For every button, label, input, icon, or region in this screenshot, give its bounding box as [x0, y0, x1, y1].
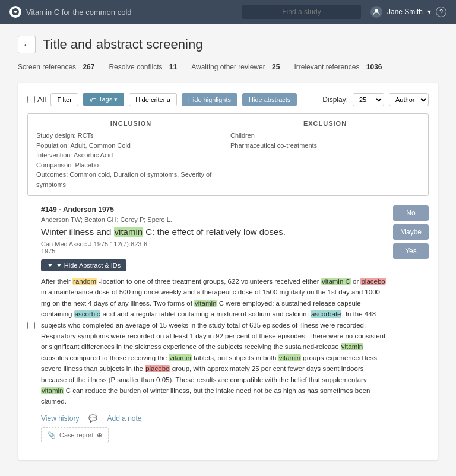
title-plain-start: Winter illness and [41, 227, 114, 237]
highlight-vitamin-6: vitamin [41, 387, 64, 394]
filter-button[interactable]: Filter [50, 93, 78, 106]
tab-bar: Screen references 267 Resolve conflicts … [18, 63, 438, 71]
tab-irrelevant-count: 1036 [366, 63, 382, 71]
top-navigation: Vitamin C for the common cold Jane Smith… [0, 0, 456, 24]
inclusion-item-2: Intervention: Ascorbic Acid [36, 150, 226, 160]
hide-highlights-button[interactable]: Hide highlights [182, 93, 238, 106]
reference-authors: Anderson TW; Beaton GH; Corey P; Spero L… [41, 216, 387, 223]
no-button[interactable]: No [393, 205, 429, 221]
logo-icon [11, 8, 20, 16]
tab-awaiting-count: 25 [272, 63, 280, 71]
select-all-checkbox-area[interactable]: All [27, 95, 46, 104]
tab-conflicts-label: Resolve conflicts [109, 63, 162, 71]
exclusion-item-0: Children [230, 131, 420, 141]
add-note-link[interactable]: Add a note [107, 414, 141, 423]
user-dropdown-icon[interactable]: ▾ [428, 8, 431, 16]
tab-awaiting-label: Awaiting other reviewer [191, 63, 265, 71]
tab-resolve-conflicts[interactable]: Resolve conflicts 11 [109, 63, 177, 71]
action-buttons: No Maybe Yes [393, 205, 429, 443]
reference-year: 1975 [41, 247, 387, 255]
select-all-label: All [37, 95, 46, 104]
inclusion-item-3: Comparison: Placebo [36, 160, 226, 170]
reference-title: Winter illness and vitamin C: the effect… [41, 226, 387, 238]
reference-footer: View history 💬 Add a note [41, 414, 387, 423]
person-icon [373, 8, 380, 15]
reference-checkbox[interactable] [27, 208, 35, 443]
page-title: Title and abstract screening [43, 37, 202, 52]
case-report-expand-icon: ⊕ [97, 431, 102, 439]
reference-journal: Can Med Assoc J 1975;112(7):823-6 [41, 240, 387, 247]
tab-conflicts-count: 11 [169, 63, 177, 71]
highlight-vitamin-2: vitamin [194, 300, 217, 307]
user-area: Jane Smith ▾ ? [370, 6, 446, 18]
criteria-box: INCLUSION Study design: RCTs Population:… [27, 113, 429, 196]
tab-irrelevant-label: Irrelevant references [294, 63, 359, 71]
inclusion-header: INCLUSION [36, 120, 226, 127]
criteria-columns: INCLUSION Study design: RCTs Population:… [36, 120, 420, 189]
highlight-vitamin-5: vitamin [278, 354, 301, 361]
toggle-abstract-button[interactable]: ▼ ▼ Hide Abstract & IDs [41, 259, 126, 271]
tag-icon: 🏷 [90, 96, 96, 103]
yes-button[interactable]: Yes [393, 243, 429, 259]
tab-awaiting-reviewer[interactable]: Awaiting other reviewer 25 [191, 63, 280, 71]
tab-irrelevant-references[interactable]: Irrelevant references 1036 [294, 63, 382, 71]
brand-title: Vitamin C for the common cold [26, 8, 132, 17]
exclusion-column: EXCLUSION Children Pharmaceutical co-tre… [230, 120, 420, 189]
title-highlight-vitamin: vitamin [114, 227, 144, 237]
highlight-ascorbate: ascorbate [311, 310, 342, 318]
highlight-ascorbic: ascorbic [74, 310, 101, 318]
tab-screen-label: Screen references [18, 63, 76, 71]
tab-screen-references[interactable]: Screen references 267 [18, 63, 94, 71]
back-button[interactable]: ← [18, 36, 36, 53]
toolbar: All Filter 🏷 Tags ▾ Hide criteria Hide h… [27, 93, 429, 106]
abstract-text: After their random -location to one of t… [41, 276, 387, 407]
exclusion-header: EXCLUSION [230, 120, 420, 127]
inclusion-item-4: Outcomes: Common cold, Duration of sympt… [36, 170, 226, 189]
sort-author-select[interactable]: Author [389, 93, 429, 106]
exclusion-item-1: Pharmaceutical co-treatments [230, 141, 420, 151]
reference-item: #149 - Anderson 1975 Anderson TW; Beaton… [27, 205, 429, 443]
view-history-link[interactable]: View history [41, 414, 79, 423]
inclusion-column: INCLUSION Study design: RCTs Population:… [36, 120, 226, 189]
case-report-label: Case report [59, 431, 93, 439]
highlight-random: random [72, 278, 97, 285]
hide-criteria-button[interactable]: Hide criteria [129, 93, 177, 106]
content-card: All Filter 🏷 Tags ▾ Hide criteria Hide h… [18, 83, 438, 460]
maybe-button[interactable]: Maybe [393, 224, 429, 240]
tags-button[interactable]: 🏷 Tags ▾ [83, 93, 124, 106]
note-icon: 💬 [88, 414, 97, 423]
tab-screen-count: 267 [83, 63, 94, 71]
title-rest: C: the effect of relatively low doses. [143, 227, 286, 237]
paperclip-icon: 📎 [48, 431, 56, 439]
reference-id: #149 - Anderson 1975 [41, 205, 387, 214]
inclusion-item-0: Study design: RCTs [36, 131, 226, 141]
brand-icon [10, 6, 21, 18]
display-label: Display: [322, 96, 348, 104]
main-content: ← Title and abstract screening Screen re… [0, 24, 456, 476]
svg-point-1 [375, 9, 378, 12]
toolbar-right: Display: 25 50 100 Author [322, 93, 429, 106]
highlight-placebo-2: placebo [145, 365, 170, 372]
highlight-vitamin-4: vitamin [169, 354, 191, 361]
hide-abstracts-button[interactable]: Hide abstracts [242, 93, 297, 106]
highlight-vitamin-3: vitamin [341, 343, 363, 350]
user-name: Jane Smith [387, 8, 423, 16]
highlight-vitamin-c: vitamin C [321, 278, 351, 285]
abstract-toggle-label: ▼ Hide Abstract & IDs [56, 262, 121, 269]
user-avatar-icon [370, 6, 382, 18]
case-report-box[interactable]: 📎 Case report ⊕ [41, 427, 109, 443]
help-icon[interactable]: ? [436, 7, 446, 17]
chevron-down-icon: ▼ [47, 262, 53, 269]
page-header: ← Title and abstract screening [18, 36, 438, 53]
highlight-placebo-1: placebo [360, 278, 385, 285]
select-all-checkbox[interactable] [27, 96, 35, 103]
inclusion-item-1: Population: Adult, Common Cold [36, 141, 226, 151]
brand-area: Vitamin C for the common cold [10, 6, 242, 18]
search-input[interactable] [242, 5, 361, 19]
display-count-select[interactable]: 25 50 100 [353, 93, 384, 106]
reference-body: #149 - Anderson 1975 Anderson TW; Beaton… [41, 205, 387, 443]
